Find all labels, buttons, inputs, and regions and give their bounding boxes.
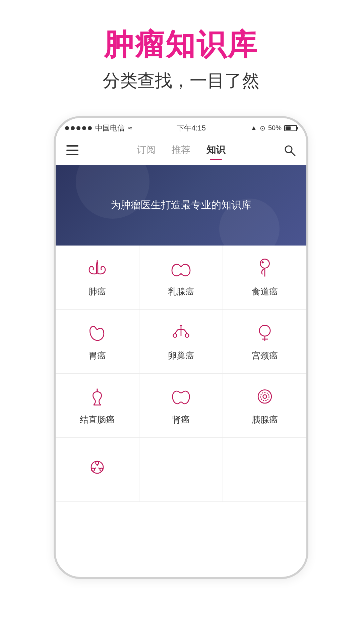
category-colon[interactable]: 结直肠癌 — [56, 374, 139, 437]
breast-icon — [169, 257, 193, 281]
grid-row-4 — [56, 438, 306, 502]
grid-row-3: 结直肠癌 肾癌 胰腺癌 — [56, 374, 306, 438]
esophagus-icon — [253, 257, 277, 281]
svg-point-8 — [173, 334, 177, 337]
tab-subscribe[interactable]: 订阅 — [137, 144, 156, 159]
tab-knowledge[interactable]: 知识 — [206, 144, 225, 159]
svg-rect-0 — [66, 145, 78, 147]
wifi-icon: ≈ — [128, 124, 132, 132]
svg-point-6 — [260, 259, 269, 268]
svg-rect-1 — [66, 150, 78, 151]
battery-percent: 50% — [268, 124, 282, 132]
svg-line-4 — [291, 152, 295, 156]
location-icon: ▲ — [250, 124, 257, 132]
status-bar: 中国电信 ≈ 下午4:15 ▲ ⊙ 50% — [56, 118, 306, 138]
category-cervix[interactable]: 宫颈癌 — [223, 310, 306, 373]
svg-point-17 — [260, 392, 269, 401]
lymphoma-icon — [85, 455, 109, 479]
nav-bar: 订阅 推荐 知识 — [56, 138, 306, 165]
banner-text: 为肿瘤医生打造最专业的知识库 — [111, 198, 251, 212]
alarm-icon: ⊙ — [260, 124, 265, 132]
colon-icon — [85, 385, 109, 409]
svg-line-25 — [99, 468, 100, 469]
signal-dots — [65, 126, 92, 130]
cervix-icon — [253, 321, 277, 345]
ovary-label: 卵巢癌 — [168, 350, 194, 362]
status-time: 下午4:15 — [177, 123, 206, 133]
ovary-icon — [169, 321, 193, 345]
svg-point-20 — [96, 461, 99, 464]
grid-row-1: 肺癌 乳腺癌 — [56, 246, 306, 310]
category-lung[interactable]: 肺癌 — [56, 246, 139, 309]
carrier-label: 中国电信 — [95, 123, 125, 133]
svg-point-18 — [263, 395, 266, 398]
pancreas-label: 胰腺癌 — [252, 414, 278, 426]
category-pancreas[interactable]: 胰腺癌 — [223, 374, 306, 437]
category-ovary[interactable]: 卵巢癌 — [139, 310, 223, 373]
svg-point-7 — [262, 262, 263, 263]
category-kidney[interactable]: 肾癌 — [139, 374, 223, 437]
banner: 为肿瘤医生打造最专业的知识库 — [56, 165, 306, 246]
tab-recommend[interactable]: 推荐 — [172, 144, 190, 159]
stomach-icon — [85, 321, 109, 345]
search-icon[interactable] — [284, 144, 296, 159]
svg-point-12 — [259, 325, 270, 336]
lung-label: 肺癌 — [88, 286, 106, 298]
svg-rect-2 — [66, 154, 78, 155]
category-esophagus[interactable]: 食道癌 — [223, 246, 306, 309]
lung-icon — [85, 257, 109, 281]
main-title: 肿瘤知识库 — [0, 27, 362, 62]
cervix-label: 宫颈癌 — [252, 350, 278, 362]
menu-icon[interactable] — [66, 145, 78, 158]
svg-point-22 — [100, 468, 103, 471]
battery-bar — [284, 125, 297, 131]
grid-row-2: 胃癌 卵巢癌 — [56, 310, 306, 374]
category-grid: 肺癌 乳腺癌 — [56, 246, 306, 502]
phone-mockup: 中国电信 ≈ 下午4:15 ▲ ⊙ 50% 订阅 推荐 知识 — [54, 116, 308, 579]
nav-tabs: 订阅 推荐 知识 — [137, 144, 225, 159]
kidney-icon — [169, 385, 193, 409]
svg-point-9 — [185, 334, 189, 337]
stomach-label: 胃癌 — [88, 350, 106, 362]
sub-title: 分类查找，一目了然 — [0, 69, 362, 93]
status-left: 中国电信 ≈ — [65, 123, 132, 133]
svg-line-24 — [94, 468, 96, 469]
pancreas-icon — [253, 385, 277, 409]
kidney-label: 肾癌 — [172, 414, 190, 426]
esophagus-label: 食道癌 — [252, 286, 278, 298]
category-empty3 — [223, 438, 306, 501]
page-header: 肿瘤知识库 分类查找，一目了然 — [0, 0, 362, 103]
status-right: ▲ ⊙ 50% — [250, 124, 297, 132]
category-empty2 — [139, 438, 223, 501]
category-breast[interactable]: 乳腺癌 — [139, 246, 223, 309]
colon-label: 结直肠癌 — [80, 414, 115, 426]
breast-label: 乳腺癌 — [168, 286, 194, 298]
battery-fill — [286, 126, 291, 130]
category-lymphoma[interactable] — [56, 438, 139, 501]
category-stomach[interactable]: 胃癌 — [56, 310, 139, 373]
svg-point-21 — [92, 468, 95, 471]
